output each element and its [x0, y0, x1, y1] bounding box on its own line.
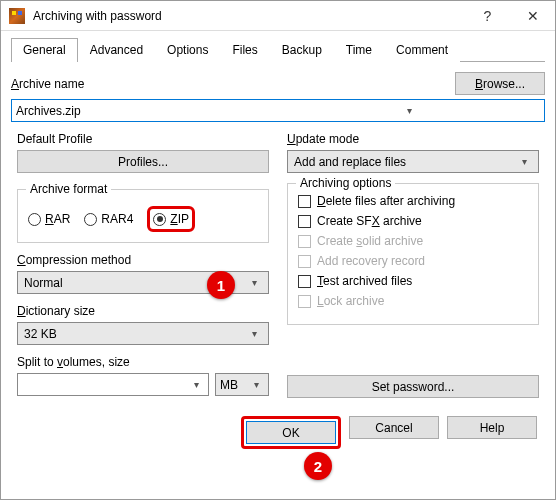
chevron-down-icon: ▾: [516, 156, 532, 167]
chevron-down-icon[interactable]: ▾: [278, 105, 540, 116]
compression-label: Compression method: [17, 253, 269, 267]
dialog-buttons: OK Cancel Help: [1, 406, 555, 449]
split-unit-select[interactable]: MB▾: [215, 373, 269, 396]
archiving-options-fieldset: Archiving options Delete files after arc…: [287, 183, 539, 325]
cancel-button[interactable]: Cancel: [349, 416, 439, 439]
tab-strip: General Advanced Options Files Backup Ti…: [11, 37, 545, 62]
chevron-down-icon: ▾: [188, 379, 204, 390]
right-column: Update mode Add and replace files▾ Archi…: [287, 132, 539, 406]
browse-button[interactable]: Browse...: [455, 72, 545, 95]
radio-zip[interactable]: ZIP: [153, 212, 189, 226]
archive-format-fieldset: Archive format RAR RAR4: [17, 189, 269, 243]
left-column: Default Profile Profiles... Archive form…: [17, 132, 269, 406]
help-icon[interactable]: ?: [465, 1, 510, 30]
tab-comment[interactable]: Comment: [384, 38, 460, 62]
chevron-down-icon: ▾: [248, 379, 264, 390]
help-button[interactable]: Help: [447, 416, 537, 439]
ok-button[interactable]: OK: [246, 421, 336, 444]
archiving-options-title: Archiving options: [296, 176, 395, 190]
radio-rar4[interactable]: RAR4: [84, 206, 133, 232]
chevron-down-icon: ▾: [246, 277, 262, 288]
update-mode-label: Update mode: [287, 132, 539, 146]
app-icon: [9, 8, 25, 24]
check-delete-after[interactable]: Delete files after archiving: [298, 194, 528, 208]
tab-options[interactable]: Options: [155, 38, 220, 62]
check-create-solid: Create solid archive: [298, 234, 528, 248]
set-password-button[interactable]: Set password...: [287, 375, 539, 398]
update-mode-select[interactable]: Add and replace files▾: [287, 150, 539, 173]
tab-backup[interactable]: Backup: [270, 38, 334, 62]
titlebar: Archiving with password ? ✕: [1, 1, 555, 31]
annotation-badge-1: 1: [207, 271, 235, 299]
archive-name-label: Archive name: [11, 77, 84, 91]
tab-files[interactable]: Files: [220, 38, 269, 62]
archive-name-input[interactable]: Archives.zip ▾: [11, 99, 545, 122]
split-size-input[interactable]: ▾: [17, 373, 209, 396]
tab-general[interactable]: General: [11, 38, 78, 62]
dictionary-select[interactable]: 32 KB▾: [17, 322, 269, 345]
annotation-highlight-ok: OK: [241, 416, 341, 449]
default-profile-label: Default Profile: [17, 132, 269, 146]
profiles-button[interactable]: Profiles...: [17, 150, 269, 173]
dictionary-label: Dictionary size: [17, 304, 269, 318]
annotation-badge-2: 2: [304, 452, 332, 480]
split-label: Split to volumes, size: [17, 355, 269, 369]
check-add-recovery: Add recovery record: [298, 254, 528, 268]
check-create-sfx[interactable]: Create SFX archive: [298, 214, 528, 228]
check-test-archived[interactable]: Test archived files: [298, 274, 528, 288]
tab-time[interactable]: Time: [334, 38, 384, 62]
archive-format-title: Archive format: [26, 182, 111, 196]
dialog-window: Archiving with password ? ✕ General Adva…: [0, 0, 556, 500]
archive-name-value: Archives.zip: [16, 104, 278, 118]
annotation-highlight-zip: ZIP: [147, 206, 195, 232]
radio-rar[interactable]: RAR: [28, 206, 70, 232]
check-lock-archive: Lock archive: [298, 294, 528, 308]
chevron-down-icon: ▾: [246, 328, 262, 339]
tab-advanced[interactable]: Advanced: [78, 38, 155, 62]
close-icon[interactable]: ✕: [510, 1, 555, 30]
window-title: Archiving with password: [33, 9, 465, 23]
